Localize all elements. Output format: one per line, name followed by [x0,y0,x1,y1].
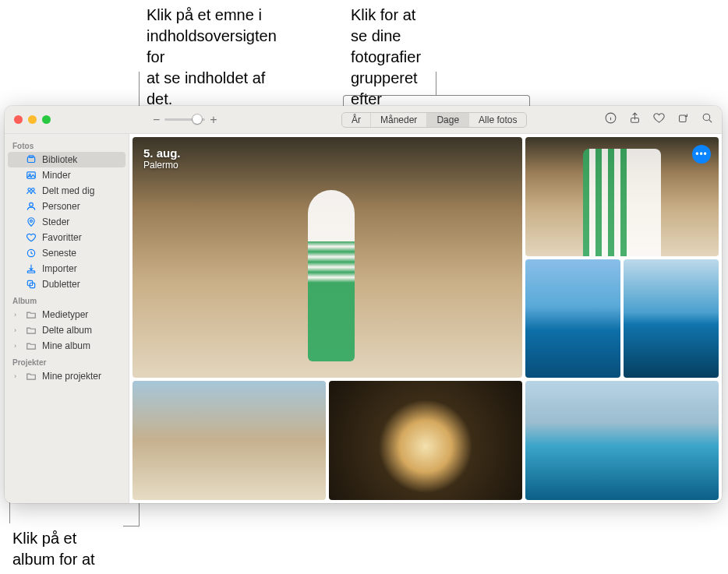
location-label: Palermo [143,160,181,171]
sidebar-item-delte-album[interactable]: › Delte album [8,322,125,338]
memories-icon [25,169,37,181]
date-label: 5. aug. [143,146,181,160]
info-icon[interactable] [604,111,617,128]
sidebar: Fotos Bibliotek Minder Delt med dig Pers… [5,134,129,503]
sidebar-item-label: Mine album [42,340,90,351]
sidebar-item-mine-album[interactable]: › Mine album [8,338,125,354]
callout-album: Klik på et album for at se fotografierne… [12,528,100,574]
sidebar-item-label: Medietyper [42,309,88,320]
zoom-out-icon[interactable]: − [153,113,160,127]
photo-thumbnail[interactable] [525,259,620,379]
sidebar-item-label: Steder [42,217,69,227]
chevron-right-icon[interactable]: › [14,342,20,350]
library-icon [25,153,37,166]
duplicates-icon [25,278,37,291]
rotate-icon[interactable] [677,111,690,128]
clock-icon [25,247,37,259]
view-segmented-control: År Måneder Dage Alle fotos [341,112,527,128]
segment-days[interactable]: Dage [427,113,469,127]
places-icon [25,216,37,228]
sidebar-item-label: Dubletter [42,279,80,290]
sidebar-item-label: Personer [42,201,80,212]
shared-with-you-icon [25,185,37,197]
photos-app-window: − + År Måneder Dage Alle fotos Fotos Bib… [5,106,722,503]
people-icon [25,200,37,213]
chevron-right-icon[interactable]: › [14,326,20,334]
sidebar-item-minder[interactable]: Minder [8,167,125,183]
svg-point-14 [30,220,33,222]
segment-all-photos[interactable]: Alle fotos [469,113,526,127]
photo-thumbnail[interactable] [329,381,522,500]
sidebar-item-dubletter[interactable]: Dubletter [8,276,125,292]
sidebar-item-label: Delte album [42,325,92,336]
photo-thumbnail[interactable] [624,259,719,379]
sidebar-section-header-fotos: Fotos [5,137,129,152]
more-options-button[interactable]: ••• [692,145,711,164]
folder-icon [25,308,37,321]
svg-point-12 [32,188,35,192]
zoom-slider[interactable] [164,118,205,121]
sidebar-item-importer[interactable]: Importer [8,261,125,276]
sidebar-item-steder[interactable]: Steder [8,214,125,230]
sidebar-item-mine-projekter[interactable]: › Mine projekter [8,368,125,384]
zoom-in-icon[interactable]: + [210,113,217,127]
heart-icon [25,231,37,244]
photo-thumbnail[interactable] [525,381,719,500]
sidebar-item-personer[interactable]: Personer [8,199,125,214]
minimize-window-button[interactable] [28,115,37,124]
photo-thumbnail[interactable] [133,381,326,500]
photo-thumbnail[interactable]: ••• [525,137,719,256]
toolbar-actions [604,111,714,128]
sidebar-item-label: Favoritter [42,232,82,243]
sidebar-item-label: Delt med dig [42,185,94,196]
import-icon [25,262,37,275]
folder-icon [25,370,37,382]
sidebar-item-label: Seneste [42,248,76,259]
zoom-slider-group: − + [153,113,217,127]
date-overlay: 5. aug. Palermo [143,146,181,171]
share-icon[interactable] [628,111,641,128]
titlebar: − + År Måneder Dage Alle fotos [5,106,722,134]
sidebar-item-label: Bibliotek [42,154,77,165]
svg-rect-8 [29,156,34,157]
close-window-button[interactable] [14,115,23,124]
sidebar-item-medietyper[interactable]: › Medietyper [8,307,125,322]
window-controls [5,115,51,124]
search-icon[interactable] [701,111,714,128]
sidebar-item-delt-med-dig[interactable]: Delt med dig [8,183,125,199]
svg-line-6 [709,120,712,123]
sidebar-item-seneste[interactable]: Seneste [8,245,125,261]
sidebar-item-favoritter[interactable]: Favoritter [8,230,125,245]
svg-point-5 [703,114,710,121]
photo-grid: 5. aug. Palermo ••• [129,134,722,503]
photo-thumbnail-main[interactable]: 5. aug. Palermo [133,137,522,378]
sidebar-item-label: Importer [42,263,77,274]
folder-icon [25,340,37,352]
sidebar-section-header-album: Album [5,292,129,307]
sidebar-item-label: Minder [42,170,71,181]
svg-point-13 [30,202,34,206]
callout-sidebar: Klik på et emne i indholdsoversigten for… [147,5,277,110]
svg-rect-16 [27,271,34,273]
sidebar-item-label: Mine projekter [42,371,101,382]
chevron-right-icon[interactable]: › [14,311,20,319]
favorite-icon[interactable] [652,111,666,128]
fullscreen-window-button[interactable] [42,115,51,124]
sidebar-item-bibliotek[interactable]: Bibliotek [8,152,125,167]
svg-point-11 [28,188,31,192]
sidebar-section-header-projekter: Projekter [5,354,129,368]
segment-months[interactable]: Måneder [371,113,427,127]
segment-years[interactable]: År [342,113,371,127]
folder-icon [25,324,37,336]
chevron-right-icon[interactable]: › [14,372,20,380]
